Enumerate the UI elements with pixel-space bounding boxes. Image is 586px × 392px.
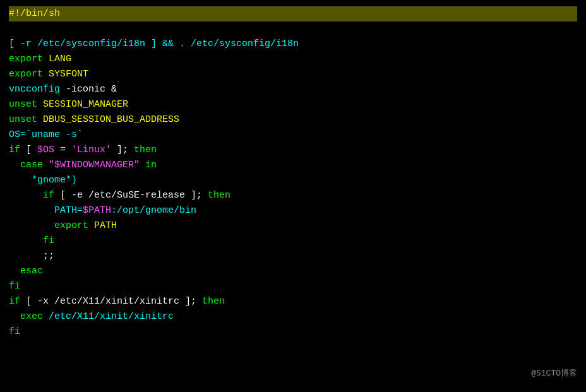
code-line: if [ -x /etc/X11/xinit/xinitrc ]; then [9, 294, 577, 309]
code-line: export PATH [9, 218, 577, 234]
code-line: fi [9, 324, 577, 340]
token: vncconfig [9, 84, 66, 95]
code-container: #!/bin/sh[ -r /etc/sysconfig/i18n ] && .… [9, 6, 577, 340]
token: if [9, 145, 26, 155]
code-line: fi [9, 234, 577, 249]
code-line: ;; [9, 249, 577, 264]
token: if [9, 296, 26, 307]
token: [ -r /etc/sysconfig/i18n ] && . /etc/sys… [9, 39, 299, 49]
code-line: [ -r /etc/sysconfig/i18n ] && . /etc/sys… [9, 37, 577, 52]
token: export [9, 69, 49, 80]
watermark: @51CTO博客 [531, 367, 577, 381]
token: $OS [37, 145, 54, 155]
token: PATH [94, 220, 117, 231]
code-line: fi [9, 279, 577, 294]
code-line: case "$WINDOWMANAGER" in [9, 158, 577, 173]
token: PATH= [9, 205, 83, 216]
token: :/opt/gnome/bin [111, 205, 196, 216]
token: = [54, 145, 71, 155]
token: 'Linux' [71, 145, 111, 155]
code-line: if [ $OS = 'Linux' ]; then [9, 143, 577, 158]
code-line: vncconfig -iconic & [9, 82, 577, 97]
token: LANG [49, 54, 71, 64]
token: unset [9, 99, 43, 110]
token: unset [9, 114, 43, 125]
token: exec [9, 311, 49, 322]
token: $PATH [83, 205, 111, 216]
token: [ -x /etc/X11/xinit/xinitrc ]; [26, 296, 202, 307]
code-line: PATH=$PATH:/opt/gnome/bin [9, 203, 577, 218]
token: case [9, 160, 49, 170]
token: then [134, 145, 157, 155]
token: [ [26, 145, 37, 155]
token: ;; [9, 251, 54, 261]
code-line: esac [9, 264, 577, 279]
token: if [9, 190, 60, 201]
code-line: export LANG [9, 52, 577, 67]
code-line: #!/bin/sh [9, 6, 577, 21]
token: export [9, 220, 94, 231]
token: *gnome*) [9, 175, 77, 186]
token: OS=`uname -s` [9, 129, 83, 140]
token: SYSFONT [49, 69, 88, 80]
code-line: if [ -e /etc/SuSE-release ]; then [9, 188, 577, 203]
token: DBUS_SESSION_BUS_ADDRESS [43, 114, 179, 125]
token: -iconic & [66, 84, 117, 95]
token: export [9, 54, 49, 64]
terminal-window: #!/bin/sh[ -r /etc/sysconfig/i18n ] && .… [0, 0, 586, 392]
token: [ -e /etc/SuSE-release ]; [60, 190, 208, 201]
code-line: unset DBUS_SESSION_BUS_ADDRESS [9, 112, 577, 128]
token: "$WINDOWMANAGER" [49, 160, 140, 170]
code-line: OS=`uname -s` [9, 128, 577, 143]
token: fi [9, 326, 20, 337]
token: SESSION_MANAGER [43, 99, 128, 110]
token: esac [9, 266, 43, 276]
code-line: exec /etc/X11/xinit/xinitrc [9, 309, 577, 324]
token: then [208, 190, 230, 201]
token: /etc/X11/xinit/xinitrc [49, 311, 174, 322]
token: ]; [111, 145, 134, 155]
code-line: unset SESSION_MANAGER [9, 97, 577, 112]
token: #!/bin/sh [9, 8, 60, 19]
code-line: *gnome*) [9, 173, 577, 188]
code-line: export SYSFONT [9, 67, 577, 82]
code-line [9, 21, 577, 37]
token: in [140, 160, 157, 170]
token: fi [9, 235, 54, 246]
token: fi [9, 281, 20, 292]
token: then [202, 296, 225, 307]
